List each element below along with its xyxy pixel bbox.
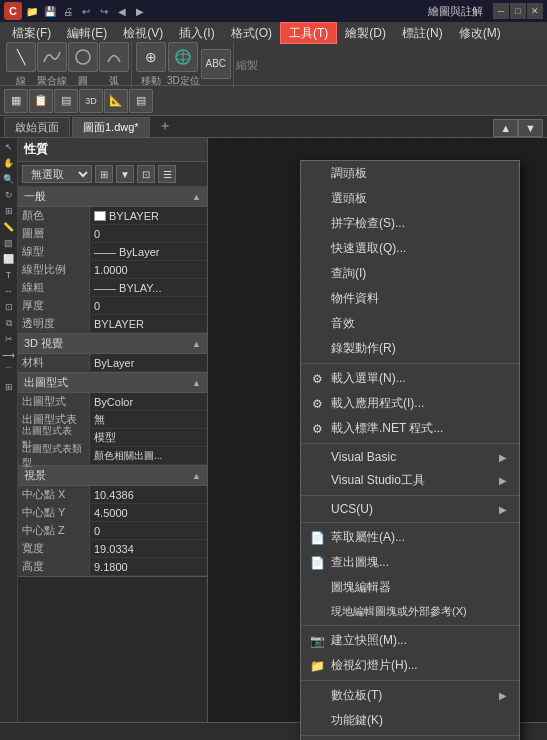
left-tools: ↖ ✋ 🔍 ↻ ⊞ 📏 ▧ ⬜ T ↔ ⊡ ⧉ ✂ ⟶ ⌒ ⊞ [0, 138, 18, 740]
back-icon[interactable]: ◀ [114, 3, 130, 19]
menu-tools[interactable]: 工具(T) [280, 22, 337, 44]
lt-text2[interactable]: T [2, 268, 16, 282]
dd-sound[interactable]: 音效 [301, 311, 519, 336]
arc-btn[interactable] [99, 42, 129, 72]
section-3d-arrow: ▲ [192, 339, 201, 349]
arc-tool: 弧 [99, 42, 129, 88]
dd-snapshot[interactable]: 📷 建立快照(M)... [301, 628, 519, 653]
dd-extract[interactable]: 📄 萃取屬性(A)... [301, 525, 519, 550]
dd-vba[interactable]: Visual Basic ▶ [301, 446, 519, 468]
dd-headboard[interactable]: 選頭板 [301, 186, 519, 211]
prop-center-z: 中心點 Z 0 [18, 522, 207, 540]
section-plotstyle-header[interactable]: 出圖型式 ▲ [18, 373, 207, 393]
close-btn[interactable]: ✕ [527, 3, 543, 19]
dd-findblock[interactable]: 📄 查出圖塊... [301, 550, 519, 575]
dd-quickselect[interactable]: 快速選取(Q)... [301, 236, 519, 261]
dd-ucs[interactable]: UCS(U) ▶ [301, 498, 519, 520]
3d-tool: 3D定位 [167, 42, 200, 88]
dd-query[interactable]: 查詢(I) [301, 261, 519, 286]
selector-icon2[interactable]: ▼ [116, 165, 134, 183]
t2-table-btn[interactable]: ▤ [129, 89, 153, 113]
text-btn[interactable]: ABC [201, 49, 231, 79]
circle-tool: 圓 [68, 42, 98, 88]
dd-slideshow[interactable]: 📁 檢視幻燈片(H)... [301, 653, 519, 678]
t2-layers-btn[interactable]: ▤ [54, 89, 78, 113]
dd-objdata[interactable]: 物件資料 [301, 286, 519, 311]
lt-hatch[interactable]: ▧ [2, 236, 16, 250]
lt-zoom[interactable]: 🔍 [2, 172, 16, 186]
tab-drawing[interactable]: 圖面1.dwg* [72, 117, 150, 137]
lt-block[interactable]: ⬜ [2, 252, 16, 266]
nav-up-btn[interactable]: ▲ [493, 119, 518, 137]
t2-grid-btn[interactable]: ▦ [4, 89, 28, 113]
menu-draw[interactable]: 繪製(D) [337, 22, 394, 44]
polyline-btn[interactable] [37, 42, 67, 72]
3d-btn[interactable] [168, 42, 198, 72]
object-selector[interactable]: 無選取 [22, 165, 92, 183]
lt-measure[interactable]: 📏 [2, 220, 16, 234]
menu-modify[interactable]: 修改(M) [451, 22, 509, 44]
dd-blockeditor[interactable]: 圖塊編輯器 [301, 575, 519, 600]
toolbar-section-label: 縮製 [236, 56, 258, 73]
dd-toolbar[interactable]: 調頭板 [301, 161, 519, 186]
nav-down-btn[interactable]: ▼ [518, 119, 543, 137]
dd-ucs-arrow: ▶ [499, 504, 507, 515]
circle-btn[interactable] [68, 42, 98, 72]
section-general-header[interactable]: 一般 ▲ [18, 187, 207, 207]
dd-record[interactable]: 錄製動作(R) [301, 336, 519, 361]
lt-array[interactable]: ⊞ [2, 380, 16, 394]
prop-material: 材料 ByLayer [18, 354, 207, 372]
toolbar-group-draw: ╲ 線 聚合線 圓 弧 [4, 42, 132, 88]
lt-dim[interactable]: ↔ [2, 284, 16, 298]
lt-copy[interactable]: ⧉ [2, 316, 16, 330]
selector-icon1[interactable]: ⊞ [95, 165, 113, 183]
tab-add-btn[interactable]: ＋ [152, 115, 178, 137]
lt-orbit[interactable]: ↻ [2, 188, 16, 202]
doc-icon2: 📄 [309, 555, 325, 571]
redo-icon[interactable]: ↪ [96, 3, 112, 19]
line-btn[interactable]: ╲ [6, 42, 36, 72]
polyline-tool: 聚合線 [37, 42, 67, 88]
dd-loadnet[interactable]: ⚙ 載入標準.NET 程式... [301, 416, 519, 441]
section-general-arrow: ▲ [192, 192, 201, 202]
lt-ref[interactable]: ⊡ [2, 300, 16, 314]
gear-icon1: ⚙ [309, 371, 325, 387]
forward-icon[interactable]: ▶ [132, 3, 148, 19]
lt-fillet[interactable]: ⌒ [2, 364, 16, 378]
save-icon[interactable]: 💾 [42, 3, 58, 19]
undo-icon[interactable]: ↩ [78, 3, 94, 19]
lt-layer[interactable]: ⊞ [2, 204, 16, 218]
minimize-btn[interactable]: ─ [493, 3, 509, 19]
dd-refedit[interactable]: 現地編輯圖塊或外部參考(X) [301, 600, 519, 623]
selector-icon4[interactable]: ☰ [158, 165, 176, 183]
prop-center-y: 中心點 Y 4.5000 [18, 504, 207, 522]
t2-3d-btn[interactable]: 3D [79, 89, 103, 113]
maximize-btn[interactable]: □ [510, 3, 526, 19]
dd-sep5 [301, 625, 519, 626]
title-bar-controls: ─ □ ✕ [493, 3, 543, 19]
open-icon[interactable]: 📁 [24, 3, 40, 19]
dd-spellcheck[interactable]: 拼字檢查(S)... [301, 211, 519, 236]
selector-icon3[interactable]: ⊡ [137, 165, 155, 183]
dd-loadapp[interactable]: ⚙ 載入應用程式(I)... [301, 391, 519, 416]
dd-tablet[interactable]: 數位板(T) ▶ [301, 683, 519, 708]
lt-trim[interactable]: ✂ [2, 332, 16, 346]
dd-vstudio[interactable]: Visual Studio工具 ▶ [301, 468, 519, 493]
print-icon[interactable]: 🖨 [60, 3, 76, 19]
lt-pan[interactable]: ✋ [2, 156, 16, 170]
dd-loadmenu[interactable]: ⚙ 載入選單(N)... [301, 366, 519, 391]
properties-panel: 性質 無選取 ⊞ ▼ ⊡ ☰ 一般 ▲ 顏色 BYLAYER 圖層 0 [18, 138, 208, 740]
t2-snap-btn[interactable]: 📐 [104, 89, 128, 113]
lt-extend[interactable]: ⟶ [2, 348, 16, 362]
dd-funckeys[interactable]: 功能鍵(K) [301, 708, 519, 733]
move-btn[interactable]: ⊕ [136, 42, 166, 72]
menu-annotate[interactable]: 標註(N) [394, 22, 451, 44]
t2-clip-btn[interactable]: 📋 [29, 89, 53, 113]
section-plotstyle-arrow: ▲ [192, 378, 201, 388]
lt-select[interactable]: ↖ [2, 140, 16, 154]
section-3d-header[interactable]: 3D 視覺 ▲ [18, 334, 207, 354]
title-bar: C 📁 💾 🖨 ↩ ↪ ◀ ▶ 繪圖與註解 ─ □ ✕ [0, 0, 547, 22]
section-view: 視景 ▲ 中心點 X 10.4386 中心點 Y 4.5000 中心點 Z 0 … [18, 466, 207, 577]
tab-start[interactable]: 啟始頁面 [4, 117, 70, 137]
tools-dropdown-menu: 調頭板 選頭板 拼字檢查(S)... 快速選取(Q)... 查詢(I) 物件資料… [300, 160, 520, 740]
